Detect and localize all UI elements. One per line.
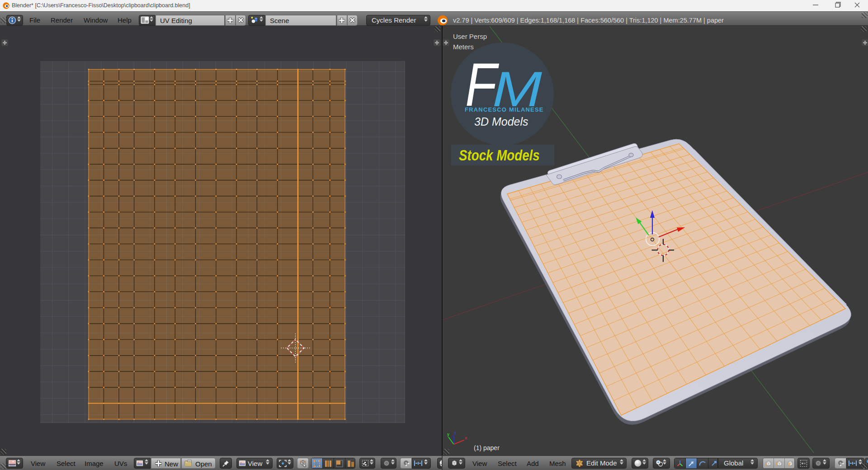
svg-text:z: z xyxy=(454,431,457,435)
svg-text:x: x xyxy=(465,436,467,440)
svg-text:y: y xyxy=(447,432,449,437)
